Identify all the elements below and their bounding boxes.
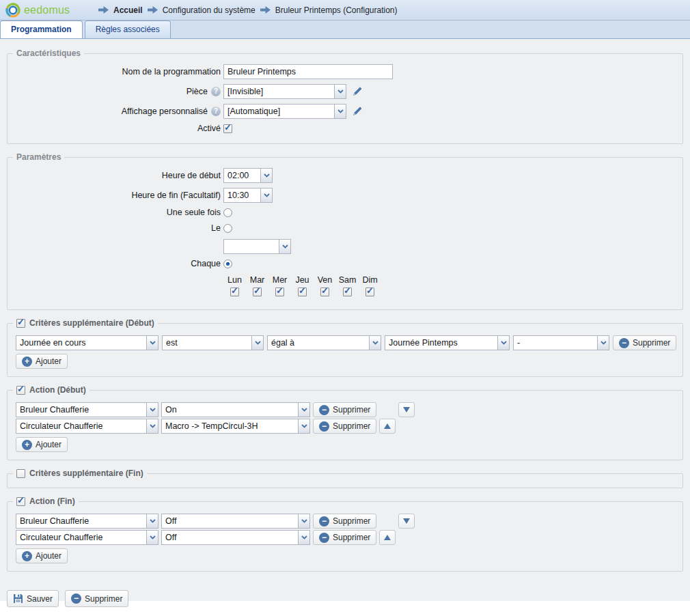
action-value-select[interactable]: Macro -> TempCircul-3H — [161, 419, 310, 434]
chevron-down-icon[interactable] — [597, 336, 609, 350]
section-criteres-fin: Critères supplémentaire (Fin) — [7, 473, 683, 488]
active-checkbox[interactable]: ✓ — [223, 124, 232, 133]
delete-action-button[interactable]: − Supprimer — [313, 514, 376, 529]
eedomus-logo[interactable]: eedomus — [5, 3, 86, 18]
day-thursday-checkbox[interactable]: ✓ — [298, 288, 307, 296]
minus-circle-icon: − — [319, 516, 329, 527]
chevron-down-icon[interactable] — [146, 419, 158, 433]
end-time-select[interactable]: 10:30 — [223, 188, 273, 203]
move-up-button[interactable] — [379, 530, 396, 545]
edit-display-pencil-icon[interactable] — [352, 106, 363, 117]
day-friday: Ven ✓ — [314, 275, 336, 296]
action-device-select[interactable]: Circulateur Chaufferie — [16, 419, 158, 434]
delete-action-button[interactable]: − Supprimer — [313, 419, 376, 434]
section-caracteristiques-legend: Caractéristiques — [13, 48, 84, 59]
condition-verb-select[interactable]: est — [162, 335, 264, 350]
action-value-select[interactable]: On — [161, 402, 310, 417]
help-icon[interactable]: ? — [211, 107, 221, 116]
help-icon[interactable]: ? — [211, 87, 221, 96]
move-down-button[interactable] — [398, 514, 415, 529]
breadcrumb-current-page: Bruleur Printemps (Configuration) — [275, 5, 398, 15]
chevron-down-icon[interactable] — [251, 336, 263, 350]
save-button[interactable]: Sauver — [7, 590, 59, 607]
condition-device-select[interactable]: Journée en cours — [16, 335, 158, 350]
start-time-select[interactable]: 02:00 — [223, 168, 273, 183]
chevron-down-icon[interactable] — [146, 514, 158, 528]
minus-circle-icon: − — [619, 338, 629, 348]
chevron-down-icon[interactable] — [146, 531, 158, 544]
edit-room-pencil-icon[interactable] — [352, 86, 363, 97]
section-title: Paramètres — [16, 152, 61, 163]
chevron-down-icon[interactable] — [369, 336, 381, 350]
action-row: Circulateur Chaufferie Off − Supprimer — [16, 530, 674, 545]
room-select[interactable]: [Invisible] — [223, 84, 346, 99]
move-down-button[interactable] — [398, 402, 415, 417]
chevron-down-icon[interactable] — [298, 419, 309, 433]
move-up-button[interactable] — [379, 419, 396, 434]
chevron-down-icon[interactable] — [146, 403, 158, 417]
minus-circle-icon: − — [319, 533, 329, 543]
add-action-button[interactable]: + Ajouter — [16, 437, 68, 452]
tab-programmation[interactable]: Programmation — [0, 20, 83, 38]
delete-program-button[interactable]: − Supprimer — [65, 590, 128, 607]
add-action-button[interactable]: + Ajouter — [16, 548, 68, 563]
delete-action-button[interactable]: − Supprimer — [313, 402, 376, 417]
minus-circle-icon: − — [319, 405, 329, 415]
delete-action-button[interactable]: − Supprimer — [313, 530, 376, 545]
on-date-radio[interactable] — [223, 224, 232, 233]
criteres-debut-checkbox[interactable]: ✓ — [16, 319, 25, 328]
chevron-down-icon[interactable] — [279, 240, 290, 253]
main-content: Caractéristiques Nom de la programmation… — [0, 39, 690, 601]
day-wednesday-checkbox[interactable]: ✓ — [275, 288, 284, 296]
action-device-select[interactable]: Bruleur Chaufferie — [16, 402, 158, 417]
criteres-fin-checkbox[interactable] — [16, 469, 25, 478]
action-value-select[interactable]: Off — [161, 514, 310, 529]
add-condition-button[interactable]: + Ajouter — [16, 354, 68, 369]
section-parametres-legend: Paramètres — [13, 152, 64, 163]
every-radio[interactable] — [223, 260, 232, 268]
chevron-down-icon[interactable] — [146, 336, 158, 350]
action-value-select[interactable]: Off — [161, 530, 310, 545]
top-bar: eedomus Accueil Configuration du système… — [0, 0, 690, 20]
day-friday-checkbox[interactable]: ✓ — [320, 288, 329, 296]
chevron-down-icon[interactable] — [298, 514, 309, 528]
action-device-select[interactable]: Circulateur Chaufferie — [16, 530, 158, 545]
section-criteres-debut-legend: ✓ Critères supplémentaire (Début) — [13, 318, 158, 329]
chevron-down-icon[interactable] — [260, 188, 272, 202]
display-select[interactable]: [Automatique] — [223, 104, 346, 119]
action-fin-checkbox[interactable]: ✓ — [16, 497, 25, 506]
breadcrumb-home[interactable]: Accueil — [113, 5, 143, 15]
chevron-down-icon[interactable] — [334, 85, 346, 98]
action-debut-checkbox[interactable]: ✓ — [16, 386, 25, 395]
once-radio[interactable] — [223, 208, 232, 217]
delete-condition-button[interactable]: − Supprimer — [613, 335, 676, 350]
eedomus-logo-text: eedomus — [24, 4, 70, 16]
section-title: Critères supplémentaire (Fin) — [29, 468, 143, 479]
chevron-down-icon[interactable] — [334, 104, 346, 118]
eedomus-logo-icon — [5, 3, 20, 18]
chevron-down-icon[interactable] — [298, 403, 309, 417]
section-criteres-debut: ✓ Critères supplémentaire (Début) Journé… — [7, 323, 683, 377]
chevron-down-icon[interactable] — [260, 169, 272, 182]
room-label: Pièce ? — [16, 87, 221, 96]
display-label: Affichage personnalisé ? — [16, 107, 221, 116]
day-saturday-checkbox[interactable]: ✓ — [343, 288, 352, 296]
action-row: Bruleur Chaufferie On − Supprimer — [16, 402, 674, 417]
breadcrumb-arrow-icon — [260, 6, 271, 14]
action-device-select[interactable]: Bruleur Chaufferie — [16, 514, 158, 529]
breadcrumb-system-config[interactable]: Configuration du système — [163, 5, 256, 15]
condition-value-select[interactable]: Journée Pintemps — [385, 335, 510, 350]
tab-regles-associees[interactable]: Règles associées — [85, 20, 171, 38]
day-sunday-checkbox[interactable]: ✓ — [365, 288, 374, 296]
date-select[interactable] — [223, 239, 291, 254]
condition-operator-select[interactable]: égal à — [267, 335, 381, 350]
day-monday-checkbox[interactable]: ✓ — [230, 288, 239, 296]
action-row: Circulateur Chaufferie Macro -> TempCirc… — [16, 419, 674, 434]
condition-extra-select[interactable]: - — [513, 335, 609, 350]
chevron-down-icon[interactable] — [298, 531, 309, 544]
day-tuesday-checkbox[interactable]: ✓ — [253, 288, 262, 296]
chevron-down-icon[interactable] — [497, 336, 509, 350]
program-name-input[interactable] — [223, 64, 393, 79]
section-action-fin: ✓ Action (Fin) Bruleur Chaufferie Off − … — [7, 501, 683, 572]
plus-circle-icon: + — [22, 356, 32, 367]
